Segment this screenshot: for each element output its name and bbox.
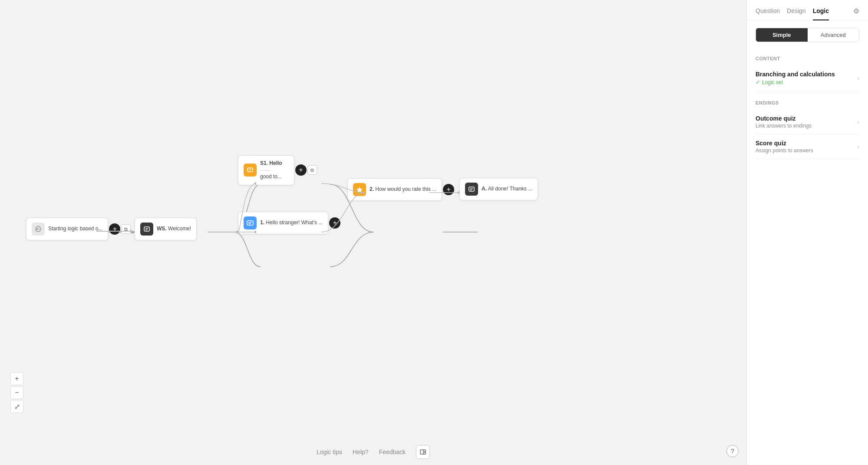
end-icon [465,183,478,196]
zoom-in-btn[interactable]: + [10,372,23,385]
ws-text: WS. Welcome! [157,226,191,232]
bottom-bar: Logic tips Help? Feedback [0,439,746,465]
score-row[interactable]: Score quiz Assign points to answers › [756,134,859,159]
branching-row[interactable]: Branching and calculations ✓ Logic set › [756,65,859,91]
help-btn[interactable]: ? [726,445,739,457]
q2-text: 2. How would you rate this ... [370,186,436,193]
tab-logic[interactable]: Logic [813,7,829,20]
toggle-group: Simple Advanced [756,28,859,42]
score-chevron: › [857,143,859,150]
q1-text: 1. Hello stranger! What's ... [260,219,323,226]
end-node: A. All done! Thanks ... [459,178,538,200]
start-icon [32,223,45,236]
branching-chevron: › [857,75,859,82]
q1-add-btn[interactable]: + [329,217,340,229]
branching-title: Branching and calculations [756,71,857,78]
s1-text: S1. Hello —— good to... [260,160,282,180]
svg-rect-16 [469,187,474,191]
collapse-btn[interactable] [416,445,430,459]
svg-rect-6 [144,227,149,231]
tab-question[interactable]: Question [756,7,780,20]
zoom-controls: + − ⤢ [10,372,23,413]
score-title: Score quiz [756,140,857,147]
divider-1 [756,93,859,93]
outcome-row[interactable]: Outcome quiz Link answers to endings › [756,110,859,134]
logic-tips-link[interactable]: Logic tips [317,449,342,455]
start-text: Starting logic based o... [48,226,102,232]
q2-icon [353,183,366,196]
panel-tabs: Question Design Logic ⚙ [747,0,868,21]
outcome-chevron: › [857,118,859,125]
s1-node: S1. Hello —— good to... + ⧉ [238,155,317,185]
content-label: Content [756,56,859,61]
panel-content: Content Branching and calculations ✓ Log… [747,49,868,465]
outcome-sub: Link answers to endings [756,123,857,129]
zoom-fit-btn[interactable]: ⤢ [10,400,23,413]
ws-icon [140,223,153,236]
endings-label: Endings [756,100,859,105]
ws-node: WS. Welcome! [135,218,197,240]
svg-rect-9 [248,168,253,172]
toggle-simple[interactable]: Simple [756,28,808,42]
outcome-title: Outcome quiz [756,115,857,122]
start-copy-btn[interactable]: ⧉ [121,224,131,234]
branching-badge: ✓ Logic set [756,79,857,85]
help-link[interactable]: Help? [353,449,369,455]
s1-copy-btn[interactable]: ⧉ [307,165,317,175]
score-sub: Assign points to answers [756,147,857,154]
start-add-btn[interactable]: + [109,223,120,235]
s1-add-btn[interactable]: + [295,164,307,176]
feedback-link[interactable]: Feedback [379,449,406,455]
right-panel: Question Design Logic ⚙ Simple Advanced … [746,0,868,465]
q1-node: 1. Hello stranger! What's ... + [238,212,341,234]
s1-icon [244,164,257,177]
zoom-out-btn[interactable]: − [10,386,23,399]
svg-marker-15 [356,187,363,193]
arrow-start-ws [96,231,131,232]
tab-design[interactable]: Design [787,7,806,20]
svg-rect-12 [247,221,253,225]
start-node: Starting logic based o... + ⧉ [26,218,131,240]
q2-add-btn[interactable]: + [443,184,454,195]
toggle-advanced[interactable]: Advanced [808,28,859,42]
gear-icon[interactable]: ⚙ [853,7,859,20]
q1-icon [244,216,257,229]
end-text: A. All done! Thanks ... [482,186,532,193]
q2-node: 2. How would you rate this ... + [347,178,455,201]
